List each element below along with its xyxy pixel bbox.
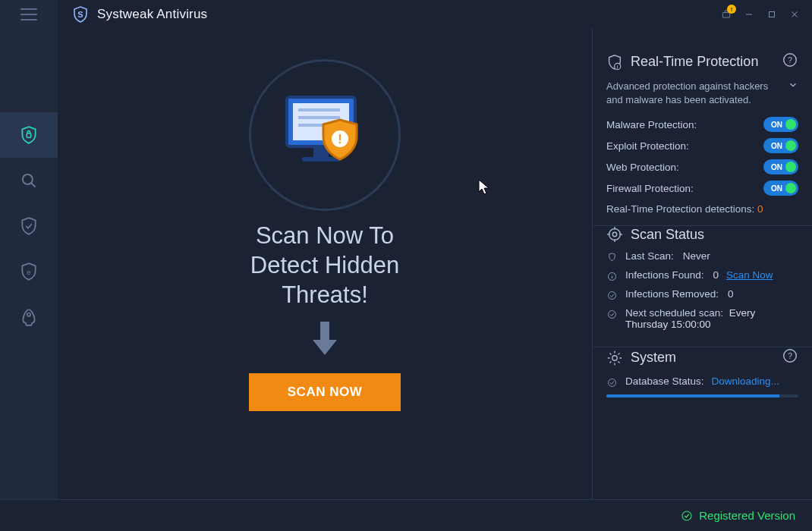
maximize-button[interactable]: [760, 3, 783, 26]
toggle-row-malware: Malware Protection: ON: [606, 117, 798, 132]
malware-toggle[interactable]: ON: [763, 117, 798, 132]
menu-button[interactable]: [0, 0, 58, 29]
magnifier-icon: [19, 171, 39, 190]
svg-text:S: S: [77, 10, 83, 19]
info-icon: [606, 271, 618, 282]
toggle-label: Firewall Protection:: [606, 183, 694, 194]
app-title: Systweak Antivirus: [97, 7, 207, 22]
check-circle-icon: [681, 510, 693, 522]
check-circle-icon: [606, 377, 618, 388]
main-panel: ! Scan Now To Detect Hidden Threats! SCA…: [58, 29, 592, 499]
section-system: System ? Database Status: Downloading...: [593, 347, 812, 411]
svg-point-10: [27, 313, 30, 316]
toggle-row-exploit: Exploit Protection: ON: [606, 138, 798, 153]
db-progress-bar: [606, 394, 779, 397]
shield-check-icon: [19, 216, 39, 236]
db-progress: [606, 394, 798, 397]
app-shield-icon: S: [71, 5, 90, 24]
infections-found-row: Infections Found: 0 Scan Now: [606, 269, 798, 282]
gear-icon: [606, 350, 623, 366]
toggle-row-firewall: Firewall Protection: ON: [606, 181, 798, 196]
svg-text:e: e: [27, 268, 30, 276]
alert-badge: !: [727, 5, 736, 14]
footer: Registered Version: [0, 499, 812, 531]
section-scan-status: Scan Status Last Scan: Never Infections …: [593, 226, 812, 347]
svg-line-8: [31, 183, 35, 187]
svg-rect-6: [27, 134, 30, 137]
sidebar-item-optimize[interactable]: [0, 294, 58, 340]
web-toggle[interactable]: ON: [763, 159, 798, 174]
cursor-icon: [478, 179, 490, 196]
exploit-toggle[interactable]: ON: [763, 138, 798, 153]
svg-rect-1: [722, 13, 729, 17]
shield-e-icon: e: [19, 262, 39, 281]
clock-check-icon: [606, 309, 618, 320]
scan-now-link[interactable]: Scan Now: [726, 269, 773, 281]
scan-now-button[interactable]: SCAN NOW: [249, 373, 401, 411]
sidebar-item-protection[interactable]: [0, 112, 58, 158]
scan-status-title: Scan Status: [631, 227, 704, 243]
collapse-button[interactable]: [788, 80, 798, 106]
app-logo-area: S Systweak Antivirus: [58, 5, 207, 24]
svg-point-37: [612, 355, 617, 360]
toggle-label: Malware Protection:: [606, 119, 697, 130]
headline: Scan Now To Detect Hidden Threats!: [250, 222, 399, 309]
close-button[interactable]: [783, 3, 806, 26]
svg-point-27: [612, 232, 617, 237]
shield-info-icon: i: [606, 54, 623, 71]
sidebar-item-scan[interactable]: [0, 158, 58, 203]
rtp-detections-count: 0: [757, 203, 763, 215]
rtp-title: Real-Time Protection: [631, 54, 758, 70]
system-title: System: [631, 350, 676, 366]
toggle-label: Web Protection:: [606, 162, 679, 173]
scan-illustration: !: [238, 67, 412, 203]
last-scan-row: Last Scan: Never: [606, 250, 798, 263]
svg-marker-21: [313, 340, 337, 355]
svg-point-36: [609, 311, 616, 319]
shield-small-icon: [606, 252, 618, 263]
sidebar: e: [0, 29, 58, 499]
target-icon: [606, 226, 623, 243]
registered-label: Registered Version: [699, 509, 795, 522]
svg-text:?: ?: [788, 56, 792, 64]
svg-rect-20: [320, 322, 329, 340]
svg-point-7: [23, 174, 33, 184]
firewall-toggle[interactable]: ON: [763, 181, 798, 196]
rocket-icon: [19, 307, 39, 327]
db-status-row: Database Status: Downloading...: [606, 375, 798, 388]
minimize-button[interactable]: [738, 3, 760, 26]
chevron-down-icon: [788, 80, 798, 90]
svg-point-26: [609, 229, 621, 240]
help-icon: ?: [782, 347, 798, 364]
help-icon: ?: [782, 52, 798, 68]
section-realtime: i Real-Time Protection ? Advanced protec…: [593, 52, 812, 226]
toolbox-button[interactable]: !: [715, 3, 738, 26]
hamburger-icon: [20, 8, 37, 20]
db-status-value: Downloading...: [712, 375, 779, 387]
svg-point-35: [609, 292, 616, 300]
system-help-button[interactable]: ?: [782, 347, 798, 368]
right-panel: i Real-Time Protection ? Advanced protec…: [592, 29, 812, 499]
next-scheduled-row: Next scheduled scan: Every Thursday 15:0…: [606, 307, 798, 330]
app-window: S Systweak Antivirus !: [0, 0, 812, 531]
toggle-row-web: Web Protection: ON: [606, 159, 798, 174]
rtp-detections: Real-Time Protection detections: 0: [606, 203, 798, 215]
svg-text:?: ?: [788, 352, 792, 360]
toggle-label: Exploit Protection:: [606, 140, 689, 152]
check-circle-icon: [606, 290, 618, 301]
arrow-down-icon: [310, 320, 340, 357]
sidebar-item-shield[interactable]: [0, 203, 58, 249]
svg-point-41: [682, 511, 691, 520]
rtp-description: Advanced protection against hackers and …: [606, 80, 782, 106]
infections-removed-row: Infections Removed: 0: [606, 288, 798, 301]
sidebar-item-privacy[interactable]: e: [0, 249, 58, 294]
svg-point-40: [609, 379, 616, 387]
svg-rect-3: [770, 12, 775, 17]
rtp-help-button[interactable]: ?: [782, 52, 798, 72]
title-bar: S Systweak Antivirus !: [0, 0, 812, 29]
